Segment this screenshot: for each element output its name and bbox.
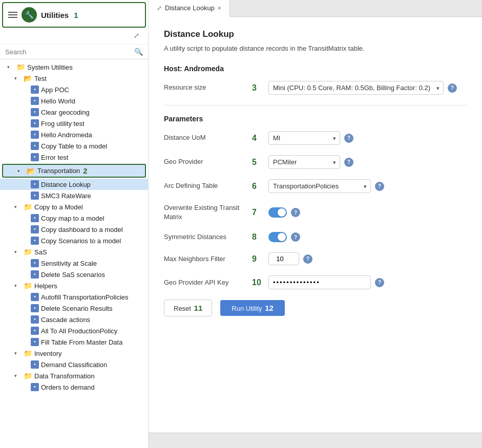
search-input[interactable] bbox=[5, 48, 131, 56]
arc-defining-table-step: 6 bbox=[252, 182, 264, 191]
sidebar-item-transportation[interactable]: ▾ 📂 Transportation 2 bbox=[2, 164, 146, 178]
sidebar-item-smc3-rateware[interactable]: SMC3 RateWare bbox=[0, 190, 148, 201]
utility-icon bbox=[31, 142, 39, 150]
tab-title: Distance Lookup bbox=[165, 4, 215, 12]
max-neighbors-label: Max Neighbors Filter bbox=[164, 254, 246, 264]
sidebar-item-distance-lookup[interactable]: Distance Lookup bbox=[0, 179, 148, 190]
distance-uom-select-wrapper: MI KM bbox=[268, 131, 340, 145]
run-utility-button[interactable]: Run Utility 12 bbox=[220, 300, 285, 316]
resource-size-help-icon[interactable]: ? bbox=[448, 83, 457, 93]
geo-provider-step: 5 bbox=[252, 158, 264, 167]
sidebar-item-inventory[interactable]: ▾ 📁 Inventory bbox=[0, 348, 148, 359]
overwrite-control: 7 ? bbox=[252, 207, 467, 218]
overwrite-step: 7 bbox=[252, 208, 264, 217]
arc-defining-table-help-icon[interactable]: ? bbox=[375, 182, 384, 191]
sidebar-item-label: Inventory bbox=[34, 350, 61, 357]
sidebar-item-copy-table-to-model[interactable]: Copy Table to a model bbox=[0, 140, 148, 152]
sidebar-item-frog-utility-test[interactable]: Frog utility test bbox=[0, 118, 148, 129]
sidebar-item-label: Clear geocoding bbox=[41, 109, 90, 116]
sidebar-item-copy-scenarios[interactable]: Copy Scenarios to a model bbox=[0, 235, 148, 246]
geo-provider-label: Geo Provider bbox=[164, 157, 246, 166]
sidebar-item-fill-table[interactable]: Fill Table From Master Data bbox=[0, 336, 148, 348]
symmetric-help-icon[interactable]: ? bbox=[291, 232, 300, 242]
sidebar-item-data-transformation[interactable]: ▾ 📁 Data Transformation bbox=[0, 370, 148, 381]
sidebar-item-label: App POC bbox=[41, 86, 69, 94]
sidebar-toolbar: ⤢ bbox=[0, 30, 148, 45]
max-neighbors-input[interactable] bbox=[268, 252, 299, 265]
sidebar-item-hello-andromeda[interactable]: Hello Andromeda bbox=[0, 129, 148, 140]
caret-icon: ▾ bbox=[17, 168, 25, 174]
tab-close-button[interactable]: × bbox=[218, 5, 221, 12]
sidebar-item-copy-dashboard[interactable]: Copy dashboard to a model bbox=[0, 224, 148, 235]
utility-icon bbox=[31, 225, 39, 233]
max-neighbors-help-icon[interactable]: ? bbox=[303, 254, 312, 264]
page-title: Distance Lookup bbox=[164, 29, 467, 39]
overwrite-toggle[interactable] bbox=[268, 207, 287, 218]
sidebar-item-demand-classification[interactable]: Demand Classification bbox=[0, 359, 148, 370]
sidebar-item-app-poc[interactable]: App POC bbox=[0, 84, 148, 95]
utility-icon bbox=[31, 108, 39, 116]
sidebar-item-orders-to-demand[interactable]: Orders to demand bbox=[0, 381, 148, 393]
main-panel: ⤢ Distance Lookup × Distance Lookup A ut… bbox=[149, 0, 482, 448]
symmetric-toggle[interactable] bbox=[268, 232, 287, 242]
caret-icon: ▾ bbox=[14, 373, 22, 378]
sidebar-item-delete-saas[interactable]: Delete SaS scenarios bbox=[0, 269, 148, 280]
caret-icon: ▾ bbox=[14, 204, 22, 209]
sidebar-item-saas[interactable]: ▾ 📁 SaS bbox=[0, 246, 148, 258]
resource-size-row: Resource size 3 Mini (CPU: 0.5 Core, RAM… bbox=[164, 81, 467, 95]
sidebar-item-copy-to-model[interactable]: ▾ 📁 Copy to a Model bbox=[0, 201, 148, 212]
sidebar-item-label: SaS bbox=[34, 248, 47, 256]
geo-api-key-input[interactable] bbox=[268, 275, 371, 289]
hamburger-icon[interactable] bbox=[8, 12, 17, 18]
sidebar-item-error-test[interactable]: Error test bbox=[0, 152, 148, 163]
utility-icon bbox=[31, 304, 39, 312]
sidebar-item-delete-scenario[interactable]: Delete Scenario Results bbox=[0, 303, 148, 314]
button-row: Reset 11 Run Utility 12 bbox=[164, 300, 467, 316]
sidebar-item-label: Demand Classification bbox=[41, 361, 107, 369]
tree: ▾ 📁 System Utilities ▾ 📂 Test App POC He… bbox=[0, 59, 148, 448]
parameters-label: Parameters bbox=[164, 115, 467, 123]
sidebar-item-sensitivity-at-scale[interactable]: Sensitivity at Scale bbox=[0, 258, 148, 269]
utilities-label: Utilities bbox=[41, 11, 69, 19]
sidebar-item-label: Delete SaS scenarios bbox=[41, 271, 105, 279]
distance-uom-help-icon[interactable]: ? bbox=[344, 134, 353, 143]
content-area: Distance Lookup A utility script to popu… bbox=[149, 17, 482, 433]
sidebar-item-autofill[interactable]: Autofill TransportationPolicies bbox=[0, 291, 148, 303]
utility-icon bbox=[31, 214, 39, 222]
caret-icon: ▾ bbox=[14, 249, 22, 254]
sidebar-item-label: Error test bbox=[41, 154, 68, 161]
arc-defining-table-label: Arc Defining Table bbox=[164, 181, 246, 190]
distance-uom-label: Distance UoM bbox=[164, 133, 246, 142]
sidebar-item-copy-map[interactable]: Copy map to a model bbox=[0, 212, 148, 224]
sidebar-item-helpers[interactable]: ▾ 📁 Helpers bbox=[0, 280, 148, 291]
sidebar-item-clear-geocoding[interactable]: Clear geocoding bbox=[0, 106, 148, 118]
search-icon: 🔍 bbox=[134, 48, 143, 56]
search-box: 🔍 bbox=[0, 45, 148, 59]
resource-size-label: Resource size bbox=[164, 83, 246, 92]
sidebar-item-label: Fill Table From Master Data bbox=[41, 338, 122, 346]
sidebar-item-system-utilities[interactable]: ▾ 📁 System Utilities bbox=[0, 61, 148, 73]
sidebar-item-label: Test bbox=[34, 75, 47, 82]
sidebar-item-cascade-actions[interactable]: Cascade actions bbox=[0, 314, 148, 325]
sidebar-item-test[interactable]: ▾ 📂 Test bbox=[0, 73, 148, 84]
sidebar-item-label: Copy to a Model bbox=[34, 203, 83, 211]
resource-size-select[interactable]: Mini (CPU: 0.5 Core, RAM: 0.5Gb, Billing… bbox=[268, 81, 444, 95]
arc-defining-table-select[interactable]: TransportationPolicies bbox=[268, 179, 371, 193]
sidebar-item-label: All To All ProductionPolicy bbox=[41, 327, 117, 335]
sidebar-item-hello-world[interactable]: Hello World bbox=[0, 95, 148, 106]
caret-icon: ▾ bbox=[14, 351, 22, 356]
utilities-step-num: 1 bbox=[74, 11, 78, 19]
geo-api-key-row: Geo Provider API Key 10 ? bbox=[164, 275, 467, 289]
distance-lookup-tab[interactable]: ⤢ Distance Lookup × bbox=[149, 0, 230, 17]
overwrite-help-icon[interactable]: ? bbox=[291, 208, 300, 217]
distance-uom-select[interactable]: MI KM bbox=[268, 131, 340, 145]
geo-api-key-help-icon[interactable]: ? bbox=[375, 278, 384, 287]
geo-provider-select-wrapper: PCMiler Google Maps OpenStreetMap bbox=[268, 155, 340, 169]
sidebar-item-all-to-all[interactable]: All To All ProductionPolicy bbox=[0, 325, 148, 336]
sidebar-expand-icon[interactable]: ⤢ bbox=[134, 32, 144, 42]
reset-button[interactable]: Reset 11 bbox=[164, 300, 212, 316]
geo-provider-select[interactable]: PCMiler Google Maps OpenStreetMap bbox=[268, 155, 340, 169]
host-label: Host: Andromeda bbox=[164, 65, 467, 73]
utility-icon bbox=[31, 259, 39, 267]
geo-provider-help-icon[interactable]: ? bbox=[344, 158, 353, 167]
